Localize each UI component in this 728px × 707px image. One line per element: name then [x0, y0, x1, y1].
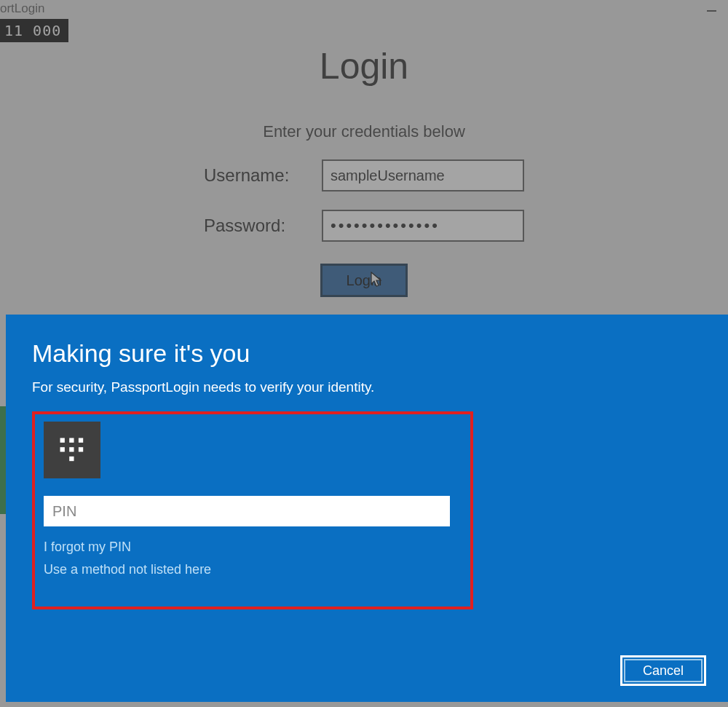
password-row: Password: [0, 210, 728, 242]
keypad-icon [58, 436, 86, 464]
svg-rect-0 [60, 438, 65, 443]
login-panel: Login Enter your credentials below Usern… [0, 0, 728, 297]
password-label: Password: [204, 216, 306, 236]
pin-method-tile[interactable] [44, 422, 100, 478]
dialog-title: Making sure it's you [32, 339, 702, 368]
cancel-button[interactable]: Cancel [620, 655, 706, 686]
svg-rect-4 [69, 447, 74, 451]
login-button[interactable]: Login [320, 264, 408, 297]
forgot-pin-link[interactable]: I forgot my PIN [44, 540, 131, 555]
password-input[interactable] [322, 210, 524, 242]
svg-rect-6 [69, 457, 74, 461]
dialog-subtitle: For security, PassportLogin needs to ver… [32, 379, 702, 395]
verify-identity-dialog: Making sure it's you For security, Passp… [6, 315, 728, 702]
pin-section-highlight: I forgot my PIN Use a method not listed … [32, 411, 473, 609]
username-label: Username: [204, 165, 306, 186]
login-subtitle: Enter your credentials below [0, 122, 728, 141]
login-title: Login [0, 45, 728, 87]
username-row: Username: [0, 159, 728, 191]
pin-input[interactable] [44, 496, 450, 526]
svg-rect-3 [60, 447, 65, 451]
cursor-icon [371, 272, 382, 288]
username-input[interactable] [322, 159, 524, 191]
svg-rect-1 [69, 438, 74, 443]
svg-rect-2 [79, 438, 83, 443]
alt-method-link[interactable]: Use a method not listed here [44, 562, 211, 577]
svg-rect-5 [79, 447, 83, 451]
